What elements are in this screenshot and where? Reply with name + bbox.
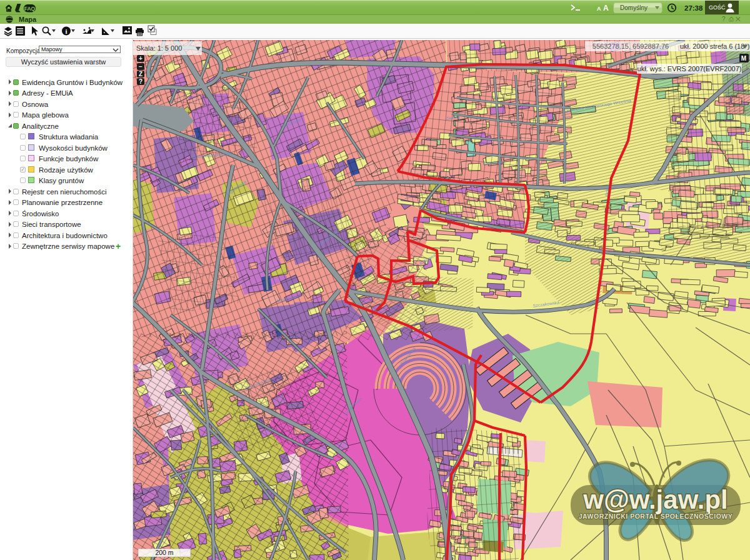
svg-text:w@w.jaw.pl: w@w.jaw.pl xyxy=(582,485,728,514)
svg-text:27:38: 27:38 xyxy=(684,4,703,12)
svg-text:Skala: 1: 5 000: Skala: 1: 5 000 xyxy=(136,44,182,52)
svg-text:A: A xyxy=(597,6,601,12)
svg-text:5563278.15, 6592887.76: 5563278.15, 6592887.76 xyxy=(592,42,669,50)
svg-text:−: − xyxy=(139,63,142,70)
svg-text:Z: Z xyxy=(139,71,142,78)
svg-text:M: M xyxy=(741,55,746,62)
svg-text:FAQ: FAQ xyxy=(24,6,36,12)
svg-text:JAWORZNICKI PORTAL SPOŁECZNOŚC: JAWORZNICKI PORTAL SPOŁECZNOŚCIOWY xyxy=(579,512,732,520)
svg-text:200 m: 200 m xyxy=(155,549,173,556)
svg-text:ukł. 2000 strefa 6 (18°): ukł. 2000 strefa 6 (18°) xyxy=(680,42,749,50)
svg-text:Domyślny: Domyślny xyxy=(620,4,648,11)
svg-text:A: A xyxy=(603,4,609,12)
svg-text:i: i xyxy=(65,28,67,35)
svg-text:ukł. wys.: EVRS 2007(EVRF2007): ukł. wys.: EVRS 2007(EVRF2007) xyxy=(638,65,742,72)
svg-text:?: ? xyxy=(139,78,142,85)
svg-text:+: + xyxy=(139,55,142,62)
